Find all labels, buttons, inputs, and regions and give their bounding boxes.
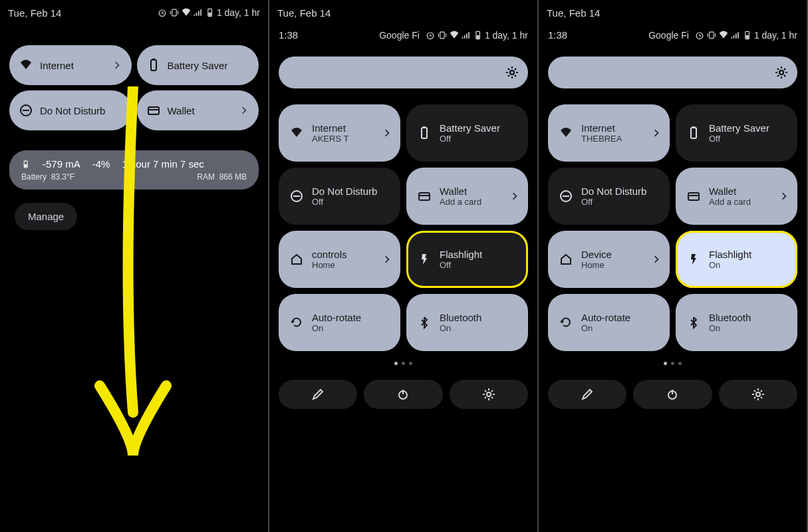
chevron-right-icon <box>112 60 122 70</box>
tile-battery-saver[interactable]: Battery SaverOff <box>676 104 797 162</box>
carrier-time: 1:38 <box>279 29 298 41</box>
tile-subtitle: Off <box>312 197 377 207</box>
carrier-name: Google Fi <box>648 30 689 41</box>
battery-icon <box>21 160 31 169</box>
chevron-right-icon <box>382 128 392 138</box>
gear-icon[interactable] <box>775 66 788 79</box>
tile-label: Wallet <box>168 105 195 116</box>
battery-icon <box>742 30 753 41</box>
tile-battery-saver[interactable]: Battery Saver <box>137 45 259 85</box>
edit-button[interactable] <box>548 380 626 409</box>
tile-title: Wallet <box>440 186 481 197</box>
tile-title: Bluetooth <box>709 312 751 323</box>
battery-icon <box>146 58 161 72</box>
tile-bluetooth[interactable]: BluetoothOn <box>406 294 528 351</box>
tile-title: Flashlight <box>440 249 482 260</box>
tile-title: Do Not Disturb <box>581 186 646 197</box>
tile-title: Internet <box>312 122 348 134</box>
dnd-icon <box>19 103 33 118</box>
vibrate-icon <box>706 30 717 41</box>
chevron-right-icon <box>509 191 520 201</box>
tile-title: Auto-rotate <box>581 312 630 323</box>
notif-battery-val: 83.3°F <box>51 172 74 182</box>
notif-pct: -4% <box>92 158 110 170</box>
home-icon <box>559 252 573 267</box>
tile-battery-saver[interactable]: Battery SaverOff <box>406 104 528 162</box>
chevron-right-icon <box>239 105 249 116</box>
tile-internet[interactable]: Internet <box>9 45 132 85</box>
tile-dnd[interactable]: Do Not Disturb <box>9 90 132 130</box>
carrier-bar: 1:38 Google Fi 1 day, 1 hr <box>539 25 807 45</box>
notif-battery-label: Battery <box>21 172 47 182</box>
tiles-grid: InternetAKERS TBattery SaverOffDo Not Di… <box>269 104 537 351</box>
battery-icon <box>205 7 215 18</box>
edit-button[interactable] <box>279 380 357 409</box>
tile-title: Do Not Disturb <box>312 186 377 197</box>
notif-ram-label: RAM <box>197 172 215 182</box>
tile-device-controls[interactable]: DeviceHome <box>548 231 670 288</box>
tile-subtitle: On <box>312 323 361 333</box>
page-indicator <box>539 362 807 365</box>
tile-subtitle: Add a card <box>440 197 481 207</box>
tile-auto-rotate[interactable]: Auto-rotateOn <box>548 294 670 351</box>
tile-subtitle: Off <box>581 197 646 207</box>
settings-button[interactable] <box>450 380 528 409</box>
gear-icon[interactable] <box>505 66 519 79</box>
rotate-icon <box>559 315 573 330</box>
tile-wallet[interactable]: WalletAdd a card <box>406 168 528 225</box>
status-date: Tue, Feb 14 <box>8 7 157 19</box>
tile-flashlight[interactable]: FlashlightOff <box>406 231 528 288</box>
brightness-slider[interactable] <box>548 57 797 88</box>
tile-label: Internet <box>40 60 74 71</box>
carrier-name: Google Fi <box>379 30 420 41</box>
tile-flashlight[interactable]: FlashlightOn <box>676 231 797 288</box>
tile-title: Bluetooth <box>440 312 481 323</box>
tile-internet[interactable]: InternetTHEBREA <box>548 104 670 162</box>
tile-internet[interactable]: InternetAKERS T <box>279 104 400 162</box>
wallet-icon <box>146 103 161 118</box>
tile-wallet[interactable]: Wallet <box>137 90 259 130</box>
battery-icon <box>417 126 432 140</box>
signal-icon <box>461 30 471 41</box>
chevron-right-icon <box>779 191 789 201</box>
status-bar: Tue, Feb 14 1 day, 1 hr <box>0 0 268 25</box>
settings-button[interactable] <box>719 380 797 409</box>
status-right-text: 1 day, 1 hr <box>217 7 260 18</box>
wallet-icon <box>417 189 432 203</box>
manage-button[interactable]: Manage <box>15 203 77 230</box>
power-button[interactable] <box>633 380 712 409</box>
tile-subtitle: Off <box>440 134 500 144</box>
tile-dnd[interactable]: Do Not DisturbOff <box>548 168 670 225</box>
tile-wallet[interactable]: WalletAdd a card <box>676 168 797 225</box>
tile-title: controls <box>312 249 347 260</box>
vibrate-icon <box>437 30 448 41</box>
notification-card[interactable]: -579 mA -4% 1 hour 7 min 7 sec Battery 8… <box>9 150 259 190</box>
tile-dnd[interactable]: Do Not DisturbOff <box>279 168 400 225</box>
status-icons: 1 day, 1 hr <box>157 7 260 18</box>
tile-bluetooth[interactable]: BluetoothOn <box>676 294 797 351</box>
tile-subtitle: Off <box>709 134 769 144</box>
tile-title: Flashlight <box>709 249 751 260</box>
rotate-icon <box>289 315 304 330</box>
notif-time: 1 hour 7 min 7 sec <box>122 158 203 170</box>
chevron-right-icon <box>651 128 662 138</box>
carrier-right-text: 1 day, 1 hr <box>754 30 797 41</box>
tile-device-controls[interactable]: controlsHome <box>279 231 400 288</box>
tile-subtitle: On <box>581 323 630 333</box>
battery-icon <box>686 126 701 140</box>
wifi-icon <box>289 126 304 140</box>
power-button[interactable] <box>364 380 442 409</box>
vibrate-icon <box>169 7 180 18</box>
wallet-icon <box>686 189 701 203</box>
signal-icon <box>730 30 741 41</box>
status-date: Tue, Feb 14 <box>547 7 799 19</box>
tile-auto-rotate[interactable]: Auto-rotateOn <box>279 294 400 351</box>
carrier-bar: 1:38 Google Fi 1 day, 1 hr <box>269 25 537 45</box>
notif-ram-val: 866 MB <box>219 172 247 182</box>
panel-expanded-off: Tue, Feb 14 1:38 Google Fi 1 day, 1 hr I… <box>269 0 539 532</box>
brightness-slider[interactable] <box>279 57 528 88</box>
swipe-down-arrow-annotation <box>86 86 180 459</box>
alarm-icon <box>425 30 436 41</box>
tile-subtitle: Home <box>312 260 347 270</box>
wifi-icon <box>559 126 573 140</box>
